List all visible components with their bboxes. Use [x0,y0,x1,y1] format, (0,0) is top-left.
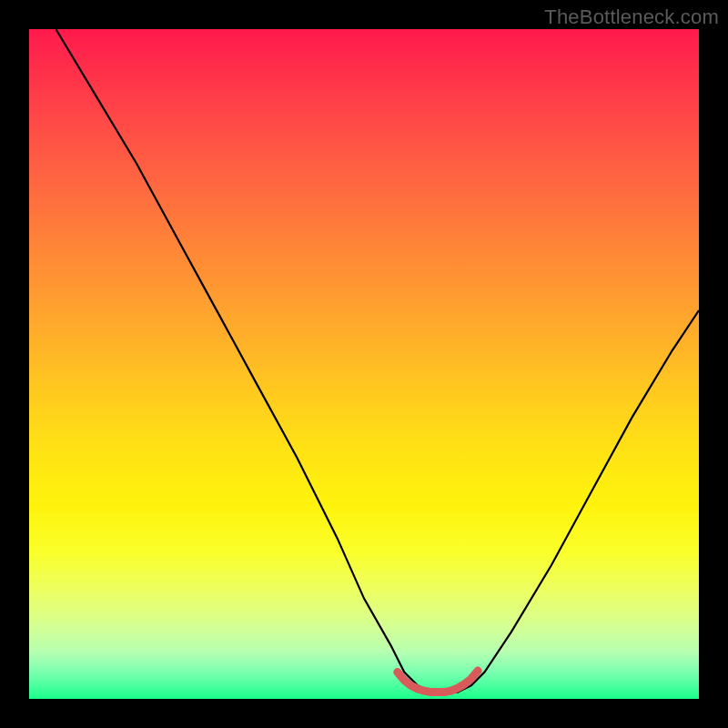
chart-svg [29,29,699,699]
chart-plot-area [29,29,699,699]
watermark-text: TheBottleneck.com [544,5,719,29]
chart-frame: TheBottleneck.com [0,0,728,728]
bottleneck-curve [56,29,699,693]
